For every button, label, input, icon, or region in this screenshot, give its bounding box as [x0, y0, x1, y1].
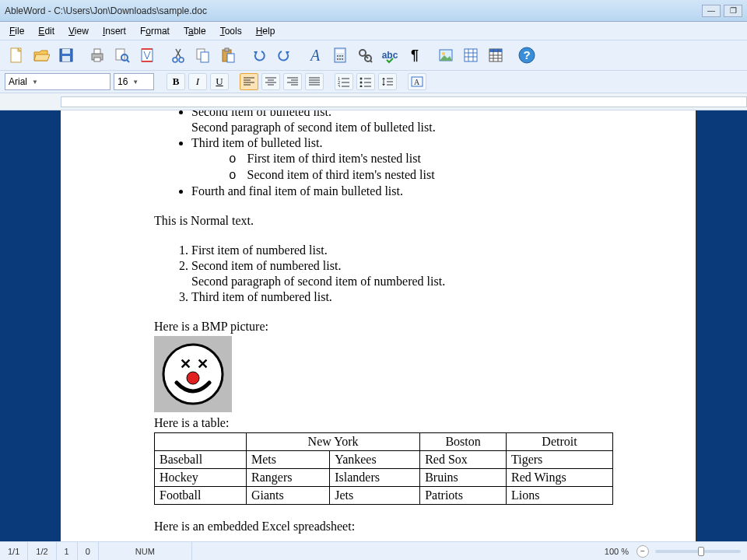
svg-rect-5: [94, 49, 100, 54]
menu-file[interactable]: File: [3, 24, 30, 38]
menu-view[interactable]: View: [62, 24, 95, 38]
paragraph: Here is a table:: [154, 415, 602, 431]
svg-point-21: [339, 55, 341, 57]
underline-button[interactable]: U: [210, 73, 229, 90]
document-page[interactable]: Second item of bulleted list. Second par…: [61, 110, 696, 541]
workspace: Second item of bulleted list. Second par…: [0, 110, 747, 541]
paragraph: Here is a BMP picture:: [154, 319, 602, 334]
svg-point-23: [337, 58, 338, 60]
zoom-slider[interactable]: [655, 550, 741, 553]
svg-point-20: [337, 55, 338, 57]
insert-grid-button[interactable]: [459, 44, 482, 67]
bold-button[interactable]: B: [167, 73, 185, 90]
svg-rect-17: [227, 54, 234, 62]
svg-point-22: [342, 55, 343, 57]
italic-button[interactable]: I: [188, 73, 207, 90]
status-bar: 1/1 1/2 1 0 NUM 100 % −: [0, 541, 747, 560]
svg-point-67: [360, 78, 363, 80]
menu-edit[interactable]: Edit: [32, 24, 61, 38]
align-left-button[interactable]: [240, 73, 258, 90]
new-button[interactable]: [5, 44, 28, 67]
svg-text:✕: ✕: [180, 356, 191, 372]
menu-format[interactable]: Format: [134, 24, 176, 38]
menu-help[interactable]: Help: [250, 24, 282, 38]
line-spacing-button[interactable]: [378, 73, 397, 90]
window-title: AbleWord - C:\Users\Jon\Downloads\sample…: [5, 5, 699, 16]
insert-table-button[interactable]: [484, 44, 507, 67]
cut-button[interactable]: [167, 44, 190, 67]
list-item: Fourth and final item of main bulleted l…: [191, 184, 602, 199]
paragraph: Here is an embedded Excel spreadsheet:: [154, 519, 602, 534]
numbered-list-button[interactable]: 123: [335, 73, 353, 90]
format-toolbar: Arial▼ 16▼ B I U 123 A: [0, 71, 747, 93]
dropdown-icon: ▼: [32, 79, 38, 86]
embedded-image[interactable]: ✕ ✕: [154, 336, 232, 412]
clown-face-icon: ✕ ✕: [161, 342, 225, 406]
help-button[interactable]: ?: [515, 44, 538, 67]
save-button[interactable]: [54, 44, 78, 67]
svg-rect-38: [489, 49, 502, 52]
svg-rect-3: [62, 56, 70, 61]
document-table[interactable]: New York Boston Detroit BaseballMetsYank…: [154, 432, 613, 505]
calculator-button[interactable]: [328, 44, 352, 67]
list-item: Second item of third item's nested list: [229, 167, 602, 184]
menu-table[interactable]: Table: [177, 24, 212, 38]
svg-point-24: [339, 58, 341, 60]
svg-rect-14: [201, 52, 209, 62]
menu-insert[interactable]: Insert: [96, 24, 132, 38]
menu-tools[interactable]: Tools: [214, 24, 248, 38]
bulleted-list-button[interactable]: [356, 73, 375, 90]
list-item: First item of numbered list.: [191, 243, 602, 258]
app-window: AbleWord - C:\Users\Jon\Downloads\sample…: [0, 0, 747, 560]
svg-line-29: [370, 61, 372, 62]
text-box-button[interactable]: A: [408, 73, 426, 90]
svg-point-12: [179, 58, 184, 62]
svg-rect-6: [94, 58, 100, 61]
svg-point-71: [360, 86, 363, 88]
show-paragraph-button[interactable]: ¶: [403, 44, 426, 67]
list-item: Second item of numbered list. Second par…: [191, 258, 602, 289]
paragraph: This is Normal text.: [154, 213, 602, 229]
table-header: Boston: [420, 433, 507, 451]
font-name-combo[interactable]: Arial▼: [5, 73, 110, 90]
align-right-button[interactable]: [283, 73, 302, 90]
align-justify-button[interactable]: [305, 73, 324, 90]
align-center-button[interactable]: [261, 73, 280, 90]
zoom-level: 100 %: [597, 542, 637, 560]
zoom-out-button[interactable]: −: [637, 545, 649, 558]
title-bar: AbleWord - C:\Users\Jon\Downloads\sample…: [0, 0, 747, 22]
table-header: New York: [247, 433, 420, 451]
status-pages: 1/1: [0, 542, 28, 560]
print-button[interactable]: [86, 44, 109, 67]
svg-rect-16: [225, 48, 229, 51]
list-item: Second item of bulleted list. Second par…: [191, 110, 602, 135]
minimize-button[interactable]: —: [702, 5, 721, 17]
maximize-button[interactable]: ❐: [724, 5, 742, 17]
standard-toolbar: A abc ¶ ?: [0, 40, 747, 71]
svg-rect-2: [62, 49, 70, 54]
redo-button[interactable]: [272, 44, 296, 67]
spellcheck-button[interactable]: abc: [378, 44, 402, 67]
status-col: 0: [78, 542, 99, 560]
svg-point-31: [442, 52, 445, 55]
font-size-combo[interactable]: 16▼: [114, 73, 154, 90]
table-row: FootballGiantsJetsPatriotsLions: [155, 487, 613, 505]
insert-image-button[interactable]: [434, 44, 458, 67]
page-setup-button[interactable]: [135, 44, 159, 67]
status-section: 1/2: [28, 542, 56, 560]
find-button[interactable]: [353, 44, 377, 67]
svg-rect-32: [465, 49, 477, 61]
table-row: HockeyRangersIslandersBruinsRed Wings: [155, 469, 613, 487]
undo-button[interactable]: [247, 44, 271, 67]
list-item: First item of third item's nested list: [229, 151, 602, 167]
svg-point-69: [360, 82, 363, 84]
horizontal-ruler[interactable]: [0, 93, 747, 110]
menu-bar: File Edit View Insert Format Table Tools…: [0, 22, 747, 40]
svg-point-11: [173, 58, 177, 62]
copy-button[interactable]: [191, 44, 215, 67]
open-button[interactable]: [30, 44, 53, 67]
print-preview-button[interactable]: [110, 44, 134, 67]
font-button[interactable]: A: [303, 44, 327, 67]
paste-button[interactable]: [216, 44, 240, 67]
table-row: BaseballMetsYankeesRed SoxTigers: [155, 451, 613, 469]
